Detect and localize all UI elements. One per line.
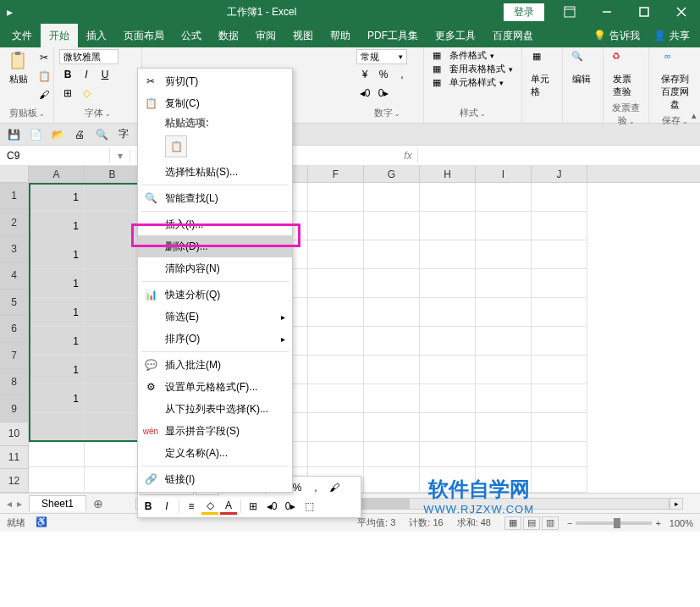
- col-header-A[interactable]: A: [29, 166, 85, 182]
- tab-pdf[interactable]: PDF工具集: [359, 24, 427, 48]
- mini-align[interactable]: ≡: [183, 498, 200, 515]
- ctx-insert-comment[interactable]: 💬插入批注(M): [138, 354, 292, 376]
- open-icon[interactable]: 📂: [49, 126, 66, 143]
- paste-button[interactable]: 粘贴: [5, 49, 32, 87]
- tab-help[interactable]: 帮助: [322, 24, 359, 48]
- new-icon[interactable]: 📄: [27, 126, 44, 143]
- sheet-nav-next[interactable]: ▸: [17, 498, 22, 510]
- number-format-select[interactable]: 常规▾: [356, 49, 407, 64]
- row-header-2[interactable]: 2: [0, 209, 29, 235]
- zoom-in[interactable]: +: [655, 518, 660, 528]
- cell-A4[interactable]: 1: [29, 269, 85, 298]
- ctx-cut[interactable]: ✂剪切(T): [138, 70, 292, 92]
- ctx-quick-analysis[interactable]: 📊快速分析(Q): [138, 284, 292, 306]
- tab-insert[interactable]: 插入: [78, 24, 115, 48]
- cell-A7[interactable]: 1: [29, 356, 85, 384]
- ribbon-options-button[interactable]: [551, 0, 588, 24]
- italic-button[interactable]: I: [78, 66, 95, 83]
- ctx-clear[interactable]: 清除内容(N): [138, 257, 292, 279]
- paste-option-normal[interactable]: 📋: [165, 135, 187, 157]
- tell-me-search[interactable]: 💡告诉我: [587, 29, 647, 43]
- tab-baidu[interactable]: 百度网盘: [484, 24, 542, 48]
- ctx-delete[interactable]: 删除(D)...: [138, 235, 292, 257]
- print-icon[interactable]: 🖨: [71, 126, 88, 143]
- save-icon[interactable]: 💾: [5, 126, 22, 143]
- tab-formulas[interactable]: 公式: [173, 24, 210, 48]
- cell-A2[interactable]: 1: [29, 212, 85, 240]
- increase-decimal-button[interactable]: ◂0: [356, 85, 373, 102]
- zoom-handle[interactable]: [614, 518, 620, 528]
- mini-italic[interactable]: I: [158, 498, 175, 515]
- tab-view[interactable]: 视图: [284, 24, 322, 48]
- percent-button[interactable]: %: [375, 66, 392, 83]
- ctx-paste-special[interactable]: 选择性粘贴(S)...: [138, 161, 292, 183]
- zoom-value[interactable]: 100%: [670, 518, 693, 528]
- share-button[interactable]: 👤共享: [647, 29, 697, 43]
- currency-button[interactable]: ¥: [356, 66, 373, 83]
- mini-merge[interactable]: ⬚: [300, 498, 317, 515]
- select-all-corner[interactable]: [0, 166, 29, 182]
- view-page-break[interactable]: ▥: [542, 516, 559, 530]
- ctx-copy[interactable]: 📋复制(C): [138, 92, 292, 114]
- mini-dec-decimal[interactable]: 0▸: [282, 498, 299, 515]
- row-header-11[interactable]: 11: [0, 446, 29, 470]
- hscroll-right[interactable]: ▸: [670, 498, 683, 510]
- cell-A1[interactable]: 1: [29, 183, 85, 212]
- view-normal[interactable]: ▦: [504, 516, 521, 530]
- add-sheet-button[interactable]: ⊕: [86, 497, 110, 510]
- cell-A8[interactable]: 1: [29, 384, 85, 413]
- print-preview-icon[interactable]: 🔍: [93, 126, 110, 143]
- name-box[interactable]: C9: [0, 148, 110, 163]
- accessibility-icon[interactable]: ♿: [36, 516, 47, 529]
- minimize-button[interactable]: [588, 0, 626, 24]
- ctx-smart-lookup[interactable]: 🔍智能查找(L): [138, 187, 292, 209]
- border-button[interactable]: ⊞: [59, 85, 76, 102]
- close-button[interactable]: [663, 0, 700, 24]
- ctx-filter[interactable]: 筛选(E)▸: [138, 306, 292, 328]
- mini-inc-decimal[interactable]: ◂0: [263, 498, 280, 515]
- tab-data[interactable]: 数据: [210, 24, 247, 48]
- ctx-format-cells[interactable]: ⚙设置单元格格式(F)...: [138, 376, 292, 398]
- cell-B1[interactable]: [85, 183, 141, 212]
- col-header-J[interactable]: J: [532, 166, 587, 182]
- row-header-10[interactable]: 10: [0, 422, 29, 446]
- col-header-I[interactable]: I: [476, 166, 532, 182]
- zoom-slider[interactable]: [576, 521, 652, 525]
- cell-styles-button[interactable]: ▦单元格样式▾: [433, 76, 513, 89]
- underline-button[interactable]: U: [96, 66, 113, 83]
- login-button[interactable]: 登录: [504, 3, 544, 21]
- mini-format-painter[interactable]: 🖌: [326, 479, 343, 496]
- cell-A5[interactable]: 1: [29, 298, 85, 327]
- ctx-link[interactable]: 🔗链接(I): [138, 468, 292, 490]
- format-painter-button[interactable]: 🖌: [36, 86, 52, 103]
- save-baidu-button[interactable]: ∞保存到 百度网盘: [654, 49, 695, 113]
- cell-A3[interactable]: 1: [29, 240, 85, 269]
- view-page-layout[interactable]: ▤: [523, 516, 540, 530]
- invoice-check-button[interactable]: ♻发票 查验: [609, 49, 636, 100]
- bold-button[interactable]: B: [59, 66, 76, 83]
- ctx-dropdown-list[interactable]: 从下拉列表中选择(K)...: [138, 398, 292, 420]
- row-header-6[interactable]: 6: [0, 316, 29, 342]
- col-header-G[interactable]: G: [364, 166, 420, 182]
- sheet-nav-prev[interactable]: ◂: [7, 498, 12, 510]
- tab-home[interactable]: 开始: [41, 24, 78, 48]
- sheet-tab-1[interactable]: Sheet1: [29, 495, 86, 511]
- row-header-1[interactable]: 1: [0, 183, 29, 209]
- decrease-decimal-button[interactable]: 0▸: [375, 85, 392, 102]
- row-header-12[interactable]: 12: [0, 469, 29, 493]
- editing-button[interactable]: 🔍编辑: [568, 49, 595, 87]
- ctx-define-name[interactable]: 定义名称(A)...: [138, 442, 292, 464]
- tab-more[interactable]: 更多工具: [427, 24, 484, 48]
- mini-bold[interactable]: B: [140, 498, 157, 515]
- row-header-4[interactable]: 4: [0, 262, 29, 289]
- row-header-8[interactable]: 8: [0, 369, 29, 395]
- cells-button[interactable]: ▦单元格: [527, 49, 557, 100]
- cut-icon-button[interactable]: ✂: [36, 49, 52, 66]
- conditional-format-button[interactable]: ▦条件格式▾: [433, 49, 513, 62]
- ctx-insert[interactable]: 插入(I)...: [138, 213, 292, 235]
- tab-review[interactable]: 审阅: [247, 24, 284, 48]
- mini-fill-color[interactable]: ◇: [201, 498, 218, 515]
- font-name-select[interactable]: 微软雅黑: [59, 49, 119, 64]
- mini-font-color[interactable]: A: [220, 498, 237, 515]
- fx-button[interactable]: fx: [399, 148, 417, 163]
